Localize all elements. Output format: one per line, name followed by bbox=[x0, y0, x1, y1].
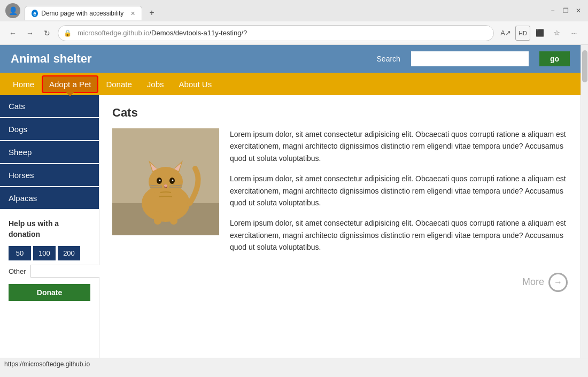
forward-button[interactable]: → bbox=[24, 27, 36, 40]
read-aloud-icon[interactable]: A↗ bbox=[498, 26, 513, 41]
minimize-button[interactable]: − bbox=[548, 6, 557, 15]
amount-100-button[interactable]: 100 bbox=[33, 246, 56, 260]
sidebar-item-cats[interactable]: Cats bbox=[0, 95, 99, 117]
main-content: Cats bbox=[99, 95, 581, 358]
nav-item-jobs[interactable]: Jobs bbox=[140, 75, 172, 93]
browser-chrome: 👤 e Demo page with accessibility issu ✕ … bbox=[0, 0, 588, 45]
donation-section: Help us with a donation 50 100 200 Other… bbox=[0, 210, 99, 358]
content-body: Lorem ipsum dolor, sit amet consectetur … bbox=[112, 128, 568, 262]
donation-title: Help us with a donation bbox=[9, 219, 90, 240]
hd-icon[interactable]: HD bbox=[515, 26, 530, 41]
content-paragraph-1: Lorem ipsum dolor, sit amet consectetur … bbox=[230, 128, 568, 164]
main-layout: Cats Dogs Sheep Horses Alpacas Help us w… bbox=[0, 95, 581, 358]
address-wrapper: 🔒 microsoftedge.github.io/Demos/devtools… bbox=[58, 25, 494, 41]
cat-illustration bbox=[112, 128, 219, 235]
address-input[interactable]: 🔒 microsoftedge.github.io/Demos/devtools… bbox=[58, 25, 494, 41]
svg-point-11 bbox=[159, 180, 161, 181]
status-bar: https://microsoftedge.github.io bbox=[0, 358, 588, 371]
tab-title: Demo page with accessibility issu bbox=[41, 10, 125, 17]
more-arrow-circle[interactable]: → bbox=[548, 273, 568, 292]
refresh-button[interactable]: ↻ bbox=[41, 27, 53, 40]
search-button[interactable]: go bbox=[539, 51, 570, 66]
other-label: Other bbox=[9, 267, 26, 275]
cast-icon[interactable]: ⬛ bbox=[532, 26, 547, 41]
svg-rect-19 bbox=[170, 211, 177, 225]
sidebar-item-alpacas[interactable]: Alpacas bbox=[0, 187, 99, 209]
more-options-icon[interactable]: ··· bbox=[567, 26, 582, 41]
toolbar-icons: A↗ HD ⬛ ☆ ··· bbox=[498, 26, 582, 41]
tab-close-btn[interactable]: ✕ bbox=[130, 10, 135, 17]
other-amount-row: Other bbox=[9, 265, 90, 278]
sidebar-item-sheep[interactable]: Sheep bbox=[0, 141, 99, 163]
donation-amounts: 50 100 200 bbox=[9, 246, 90, 260]
site-title: Animal shelter bbox=[11, 52, 366, 66]
nav-item-home[interactable]: Home bbox=[5, 75, 42, 93]
sidebar-menu: Cats Dogs Sheep Horses Alpacas bbox=[0, 95, 99, 210]
title-bar: 👤 e Demo page with accessibility issu ✕ … bbox=[0, 0, 588, 21]
nav-bar: Home Adopt a Pet Donate Jobs About Us bbox=[0, 73, 581, 95]
content-heading: Cats bbox=[112, 106, 568, 120]
new-tab-button[interactable]: + bbox=[144, 5, 159, 20]
more-label: More bbox=[522, 276, 544, 288]
address-bar: ← → ↻ 🔒 microsoftedge.github.io/Demos/de… bbox=[0, 21, 588, 45]
scrollbar[interactable] bbox=[581, 45, 588, 358]
search-label: Search bbox=[377, 55, 400, 63]
window-controls: − ❐ ✕ bbox=[548, 6, 583, 15]
sidebar-item-dogs[interactable]: Dogs bbox=[0, 118, 99, 140]
back-button[interactable]: ← bbox=[6, 27, 19, 40]
more-link[interactable]: More → bbox=[112, 273, 568, 292]
user-avatar[interactable]: 👤 bbox=[5, 3, 20, 18]
nav-tooltip-arrow bbox=[66, 89, 74, 93]
content-paragraph-3: Lorem ipsum dolor, sit amet consectetur … bbox=[230, 217, 568, 253]
lock-icon: 🔒 bbox=[64, 29, 72, 37]
svg-rect-18 bbox=[154, 211, 161, 225]
amount-50-button[interactable]: 50 bbox=[9, 246, 31, 260]
browser-tab[interactable]: e Demo page with accessibility issu ✕ bbox=[25, 6, 142, 20]
site-content: Animal shelter Search go Home Adopt a Pe… bbox=[0, 45, 581, 358]
amount-200-button[interactable]: 200 bbox=[58, 246, 80, 260]
svg-point-12 bbox=[172, 180, 174, 181]
sidebar-item-horses[interactable]: Horses bbox=[0, 164, 99, 186]
search-input[interactable] bbox=[411, 51, 529, 66]
content-text: Lorem ipsum dolor, sit amet consectetur … bbox=[230, 128, 568, 262]
nav-item-donate[interactable]: Donate bbox=[98, 75, 139, 93]
scrollbar-thumb[interactable] bbox=[582, 50, 587, 82]
nav-item-about[interactable]: About Us bbox=[171, 75, 219, 93]
donate-button[interactable]: Donate bbox=[9, 284, 90, 301]
url-display: microsoftedge.github.io/Demos/devtools-a… bbox=[75, 29, 247, 37]
close-button[interactable]: ✕ bbox=[574, 6, 583, 15]
favorites-icon[interactable]: ☆ bbox=[550, 26, 564, 41]
site-header: Animal shelter Search go bbox=[0, 45, 581, 73]
sidebar: Cats Dogs Sheep Horses Alpacas Help us w… bbox=[0, 95, 99, 358]
restore-button[interactable]: ❐ bbox=[561, 6, 570, 15]
content-paragraph-2: Lorem ipsum dolor, sit amet consectetur … bbox=[230, 173, 568, 209]
svg-point-13 bbox=[164, 184, 167, 187]
cat-image bbox=[112, 128, 219, 235]
status-url: https://microsoftedge.github.io bbox=[4, 360, 90, 368]
tab-favicon: e bbox=[32, 10, 38, 17]
page-wrapper: Animal shelter Search go Home Adopt a Pe… bbox=[0, 45, 588, 358]
